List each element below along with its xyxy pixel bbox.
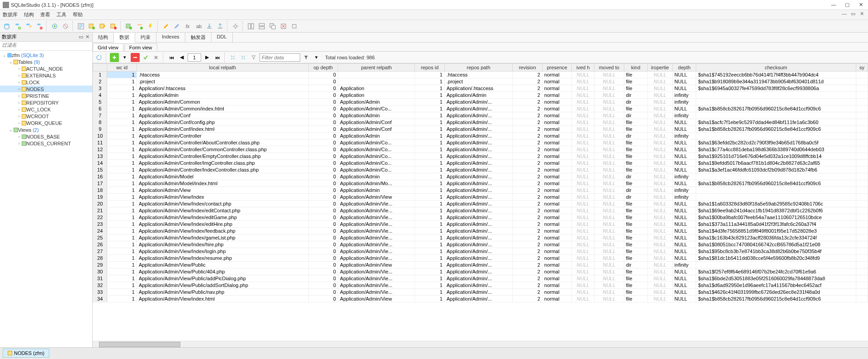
col-header[interactable]: kind: [624, 64, 647, 72]
restore-icon[interactable]: [289, 21, 299, 31]
table-row[interactable]: 20 1 Application/Admin/View/Index/contac…: [93, 201, 868, 207]
table-row[interactable]: 23 1 Application/Admin/View/Index/editHi…: [93, 221, 868, 228]
table-row[interactable]: 11 1 Application/Admin/Controller/AboutC…: [93, 139, 868, 146]
col-header[interactable]: wc id: [107, 64, 137, 72]
connect-icon[interactable]: [50, 21, 60, 31]
maximize-button[interactable]: ▢: [844, 2, 850, 8]
commit-icon[interactable]: [141, 53, 150, 62]
view-add-icon[interactable]: [124, 21, 134, 31]
fit-columns-icon[interactable]: [228, 53, 237, 62]
rollback-icon[interactable]: [151, 53, 160, 62]
tree-table-LOCK[interactable]: › LOCK: [0, 79, 92, 86]
tile-v-icon[interactable]: [257, 21, 267, 31]
col-header[interactable]: iropertie: [647, 64, 672, 72]
tab-数据[interactable]: 数据: [114, 33, 135, 43]
filter-apply-icon[interactable]: [302, 53, 311, 62]
table-row[interactable]: 26 1 Application/Admin/View/Index/hire.p…: [93, 241, 868, 248]
col-header[interactable]: repos path: [444, 64, 513, 72]
import-icon[interactable]: [204, 21, 214, 31]
tree-table-EXTERNALS[interactable]: › EXTERNALS: [0, 72, 92, 79]
table-row[interactable]: 13 1 Application/Admin/Controller/EmptyC…: [93, 153, 868, 160]
table-row[interactable]: 25 1 Application/Admin/View/Index/gameLi…: [93, 235, 868, 241]
col-header[interactable]: checksum: [696, 64, 856, 72]
data-grid[interactable]: wc idlocal relpathop depthparent relpath…: [93, 63, 868, 341]
page-number-input[interactable]: [188, 53, 201, 62]
db-add-icon[interactable]: [13, 21, 23, 31]
table-row[interactable]: 17 1 Application/Admin/Model/index.html …: [93, 180, 868, 187]
minimize-button[interactable]: —: [831, 2, 836, 8]
table-add-icon[interactable]: [87, 21, 97, 31]
col-header[interactable]: moved to: [594, 64, 624, 72]
trigger-add-icon[interactable]: [146, 21, 156, 31]
function-icon[interactable]: fx: [183, 21, 193, 31]
menu-database[interactable]: 数据库: [3, 11, 18, 18]
menu-view[interactable]: 查看: [40, 11, 50, 18]
horizontal-scrollbar[interactable]: [93, 341, 868, 347]
col-header[interactable]: revision: [513, 64, 542, 72]
col-header[interactable]: depth: [672, 64, 696, 72]
tree-view-NODES_CURRENT[interactable]: › NODES_CURRENT: [0, 140, 92, 147]
table-edit-icon[interactable]: [98, 21, 108, 31]
panel-float-icon[interactable]: ▭: [78, 34, 84, 40]
tree-table-WCROOT[interactable]: › WCROOT: [0, 113, 92, 120]
table-row[interactable]: 33 1 Application/Admin/View/Public/nav.p…: [93, 289, 868, 296]
table-row[interactable]: 16 1 Application/Admin/Model 0 Applicati…: [93, 173, 868, 180]
refresh-icon[interactable]: [94, 53, 104, 62]
table-row[interactable]: 15 1 Application/Admin/Controller/IndexC…: [93, 167, 868, 173]
tab-触发器[interactable]: 触发器: [185, 33, 212, 42]
table-row[interactable]: 30 1 Application/Admin/View/Public/404.p…: [93, 268, 868, 275]
col-header[interactable]: presence: [542, 64, 571, 72]
db-edit-icon[interactable]: [24, 21, 33, 31]
tile-h-icon[interactable]: [246, 21, 256, 31]
table-row[interactable]: 21 1 Application/Admin/View/Index/editCo…: [93, 207, 868, 214]
close-all-icon[interactable]: [278, 21, 288, 31]
table-row[interactable]: 4 1 Application/Admin 0 Application 1 Ap…: [93, 92, 868, 99]
subtab-Grid-view[interactable]: Grid view: [93, 43, 123, 51]
scrollbar-thumb[interactable]: [99, 342, 180, 347]
tab-Indexes[interactable]: Indexes: [156, 33, 185, 42]
col-header[interactable]: op depth: [308, 64, 338, 72]
table-row[interactable]: 10 1 Application/Admin/Controller 0 Appl…: [93, 133, 868, 139]
menu-help[interactable]: 帮助: [73, 11, 83, 18]
table-row[interactable]: 3 1 Application/.htaccess 0 Application …: [93, 85, 868, 92]
add-row-icon[interactable]: [110, 53, 119, 62]
tree-filter-input[interactable]: [2, 42, 90, 48]
clear-filter-icon[interactable]: [249, 53, 258, 62]
table-row[interactable]: 7 1 Application/Admin/Conf 0 Application…: [93, 112, 868, 119]
tree-table-WORK_QUEUE[interactable]: › WORK_QUEUE: [0, 120, 92, 126]
menu-tools[interactable]: 工具: [57, 11, 66, 18]
table-row[interactable]: 28 1 Application/Admin/View/Index/resume…: [93, 255, 868, 262]
tree-table-WC_LOCK[interactable]: › WC_LOCK: [0, 106, 92, 113]
table-row[interactable]: 24 1 Application/Admin/View/Index/feedba…: [93, 228, 868, 235]
prev-page-icon[interactable]: ◀: [177, 53, 186, 62]
table-row[interactable]: 18 1 Application/Admin/View 0 Applicatio…: [93, 187, 868, 194]
table-row[interactable]: 27 1 Application/Admin/View/Index/login.…: [93, 248, 868, 255]
edit2-icon[interactable]: [172, 21, 182, 31]
tree-table-REPOSITORY[interactable]: › REPOSITORY: [0, 99, 92, 106]
filter-input[interactable]: [259, 53, 300, 62]
table-row[interactable]: 1 1 .htaccess 0 1 .htaccess 2 normal NUL…: [93, 72, 868, 78]
col-header[interactable]: local relpath: [137, 64, 308, 72]
next-page-icon[interactable]: ▶: [203, 53, 212, 62]
mdi-restore-button[interactable]: ▭: [851, 11, 856, 17]
settings-icon[interactable]: [231, 21, 241, 31]
index-add-icon[interactable]: [135, 21, 145, 31]
table-row[interactable]: 32 1 Application/Admin/View/Public/addSo…: [93, 282, 868, 289]
table-row[interactable]: 34 1 Application/Admin/View/index.html 0…: [93, 296, 868, 302]
table-row[interactable]: 6 1 Application/Admin/Common/index.html …: [93, 105, 868, 112]
edit-icon[interactable]: [161, 21, 171, 31]
table-row[interactable]: 12 1 Application/Admin/Controller/Common…: [93, 146, 868, 153]
tree-table-NODES[interactable]: › NODES: [0, 86, 92, 92]
tree-views-node[interactable]: ⌄ Views(2): [0, 126, 92, 133]
table-row[interactable]: 9 1 Application/Admin/Conf/index.html 0 …: [93, 126, 868, 133]
table-row[interactable]: 22 1 Application/Admin/View/Index/editGa…: [93, 214, 868, 221]
col-header[interactable]: parent relpath: [338, 64, 415, 72]
add-row-dropdown-icon[interactable]: ▾: [120, 53, 129, 62]
table-row[interactable]: 2 1 .project 0 1 .project 2 normal NULL …: [93, 78, 868, 85]
col-header[interactable]: ived h: [572, 64, 594, 72]
col-header[interactable]: sy: [856, 64, 868, 72]
tab-约束[interactable]: 约束: [135, 33, 156, 42]
table-row[interactable]: 31 1 Application/Admin/View/Public/addPi…: [93, 275, 868, 282]
filter-dropdown-icon[interactable]: ▾: [312, 53, 321, 62]
cascade-icon[interactable]: [268, 21, 278, 31]
